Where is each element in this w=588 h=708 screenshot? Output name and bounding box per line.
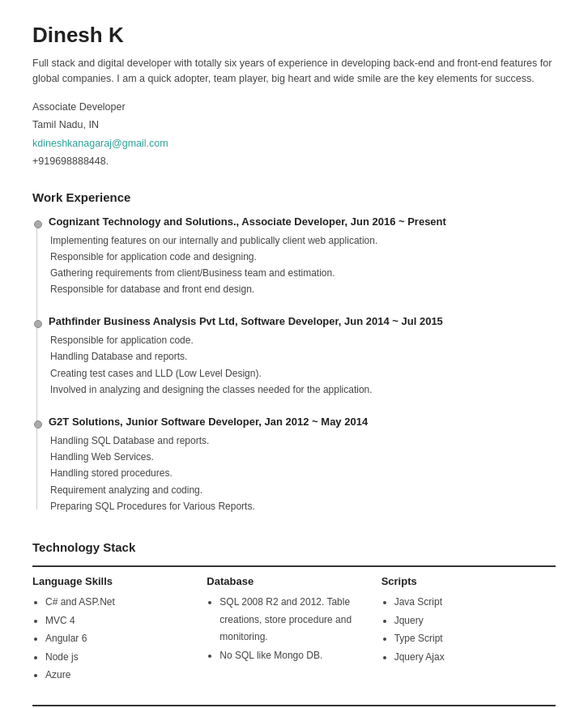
summary-text: Full stack and digital developer with to… bbox=[32, 56, 556, 87]
tech-col-1: Database SQL 2008 R2 and 2012. Table cre… bbox=[207, 565, 381, 685]
job-title-label: Associate Developer bbox=[32, 98, 556, 117]
tech-bottom-columns: Web designing Soft Skills 3rd-Party tool… bbox=[32, 705, 556, 708]
job-desc-0: Implementing features on our internally … bbox=[49, 233, 556, 298]
job-item-0: Cognizant Technology and Solutions., Ass… bbox=[49, 215, 556, 298]
tech-col-2: Scripts Java Script Jquery Type Script J… bbox=[381, 565, 556, 685]
tech-bottom-col-1: Soft Skills bbox=[207, 705, 381, 708]
tech-col-title-0: Language Skills bbox=[32, 575, 190, 587]
tech-bottom-col-0: Web designing bbox=[32, 705, 207, 708]
job-item-1: Pathfinder Business Analysis Pvt Ltd, So… bbox=[49, 315, 556, 398]
timeline: Cognizant Technology and Solutions., Ass… bbox=[32, 215, 556, 514]
location-label: Tamil Nadu, IN bbox=[32, 116, 556, 134]
job-title-0: Cognizant Technology and Solutions., Ass… bbox=[49, 215, 556, 228]
tech-col-title-1: Database bbox=[207, 575, 364, 587]
tech-col-title-2: Scripts bbox=[381, 575, 539, 587]
tech-bottom-col-2: 3rd-Party tools bbox=[381, 705, 556, 708]
technology-stack-section: Technology Stack Language Skills C# and … bbox=[32, 540, 556, 708]
tech-col-list-1: SQL 2008 R2 and 2012. Table creations, s… bbox=[207, 594, 364, 664]
contact-block: Associate Developer Tamil Nadu, IN kdine… bbox=[32, 98, 556, 171]
candidate-name: Dinesh K bbox=[32, 23, 556, 48]
email-link[interactable]: kdineshkanagaraj@gmail.com bbox=[32, 138, 168, 149]
job-desc-1: Responsible for application code. Handli… bbox=[49, 333, 556, 398]
tech-columns: Language Skills C# and ASP.Net MVC 4 Ang… bbox=[32, 565, 556, 685]
job-desc-2: Handling SQL Database and reports. Handl… bbox=[49, 433, 556, 514]
tech-col-list-0: C# and ASP.Net MVC 4 Angular 6 Node js A… bbox=[32, 594, 190, 685]
tech-col-0: Language Skills C# and ASP.Net MVC 4 Ang… bbox=[32, 565, 207, 685]
job-title-1: Pathfinder Business Analysis Pvt Ltd, So… bbox=[49, 315, 556, 327]
tech-stack-title: Technology Stack bbox=[32, 540, 556, 554]
work-experience-title: Work Experience bbox=[32, 190, 556, 204]
phone-label: +919698888448. bbox=[32, 152, 556, 171]
tech-col-list-2: Java Script Jquery Type Script Jquery Aj… bbox=[381, 594, 539, 666]
job-item-2: G2T Solutions, Junior Software Developer… bbox=[49, 416, 556, 514]
job-title-2: G2T Solutions, Junior Software Developer… bbox=[49, 416, 556, 428]
